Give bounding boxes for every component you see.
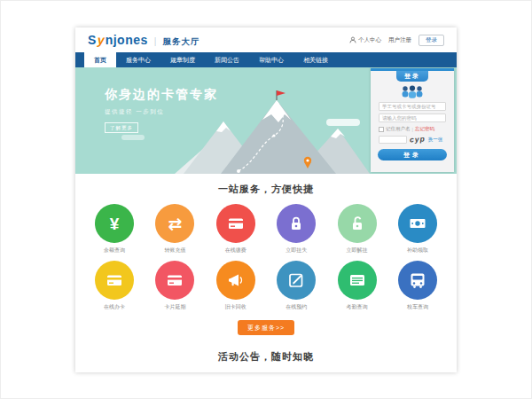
service-item-online-booking[interactable]: 在线预约 xyxy=(271,261,321,311)
service-item-card-extension[interactable]: 卡片延期 xyxy=(150,261,200,311)
captcha-image: cyp xyxy=(410,134,426,144)
service-item-school-bus[interactable]: 校车查询 xyxy=(393,261,442,311)
megaphone-icon xyxy=(225,270,246,291)
users-icon xyxy=(399,84,426,99)
service-label: 立即挂失 xyxy=(271,246,321,254)
service-label: 在线预约 xyxy=(271,303,321,311)
login-submit-button[interactable]: 登录 xyxy=(378,149,447,160)
service-label: 考勤查询 xyxy=(332,303,382,311)
service-item-online-payment[interactable]: 在线缴费 xyxy=(211,204,261,254)
service-label: 旧卡回收 xyxy=(211,303,261,311)
divider: | xyxy=(412,127,413,132)
logo-text: S xyxy=(88,33,97,47)
cloud-shape xyxy=(121,135,145,140)
service-circle: ⇄ xyxy=(155,204,194,243)
service-item-balance[interactable]: ¥ 余额查询 xyxy=(90,204,139,254)
service-item-attendance[interactable]: 考勤查询 xyxy=(332,261,382,311)
service-circle xyxy=(216,204,255,243)
remember-label: 记住用户名 xyxy=(386,126,411,132)
service-circle xyxy=(338,204,377,243)
service-label: 在线办卡 xyxy=(90,303,139,311)
service-item-apply-card[interactable]: 在线办卡 xyxy=(90,261,139,311)
announcements-section-title: 活动公告，随时知晓 xyxy=(75,350,457,364)
person-icon xyxy=(349,36,356,43)
service-label: 立即解挂 xyxy=(332,246,382,254)
service-item-card-recycle[interactable]: 旧卡回收 xyxy=(211,261,261,311)
nav-item-help[interactable]: 帮助中心 xyxy=(249,52,293,67)
remember-checkbox[interactable] xyxy=(379,127,384,132)
user-register-link[interactable]: 用户注册 xyxy=(388,36,411,44)
bus-icon xyxy=(407,270,428,291)
services-row-1: ¥ 余额查询 ⇄ 转账充值 在线缴费 立即挂失 立即解挂 xyxy=(75,204,457,254)
service-label: 卡片延期 xyxy=(150,303,200,311)
login-tab[interactable]: 登录 xyxy=(396,71,428,82)
personal-center-label: 个人中心 xyxy=(358,36,381,44)
attendance-icon xyxy=(347,270,368,291)
hero-banner: 你身边的卡管专家 提供捷径 一步到位 了解更多 登录 记住用户名 | 忘记密码 xyxy=(75,67,457,174)
service-label: 在线缴费 xyxy=(211,246,261,254)
service-item-unlock[interactable]: 立即解挂 xyxy=(332,204,382,254)
header-actions: 个人中心 用户注册 登录 xyxy=(349,35,444,46)
banknote-icon xyxy=(407,213,428,234)
service-label: 转账充值 xyxy=(150,246,200,254)
service-label: 校车查询 xyxy=(393,303,442,311)
nav-item-news[interactable]: 新闻公告 xyxy=(205,52,249,67)
service-circle xyxy=(155,261,194,300)
services-section-title: 一站服务，方便快捷 xyxy=(75,183,457,196)
site-name: 服务大厅 xyxy=(162,36,200,48)
username-input[interactable] xyxy=(379,102,446,111)
captcha-refresh-link[interactable]: 换一张 xyxy=(428,137,443,143)
service-circle xyxy=(95,261,134,300)
nav-item-home[interactable]: 首页 xyxy=(84,52,116,67)
header-login-button[interactable]: 登录 xyxy=(419,35,444,46)
services-row-2: 在线办卡 卡片延期 旧卡回收 在线预约 考勤查询 xyxy=(75,261,457,311)
service-circle xyxy=(398,204,437,243)
service-label: 余额查询 xyxy=(90,246,139,254)
logo-divider: | xyxy=(154,36,157,46)
bank-card-icon xyxy=(104,270,125,291)
service-label: 补助领取 xyxy=(393,246,442,254)
forgot-password-link[interactable]: 忘记密码 xyxy=(415,126,434,132)
service-item-transfer[interactable]: ⇄ 转账充值 xyxy=(150,204,200,254)
service-circle xyxy=(277,261,316,300)
captcha-row: cyp 换一张 xyxy=(379,135,446,144)
main-nav: 首页 服务中心 规章制度 新闻公告 帮助中心 相关链接 xyxy=(75,52,457,67)
service-circle xyxy=(277,204,316,243)
service-circle xyxy=(338,261,377,300)
hero-cta-button[interactable]: 了解更多 xyxy=(105,122,138,133)
unlock-icon xyxy=(347,213,368,234)
user-register-label: 用户注册 xyxy=(388,36,411,44)
bank-card-icon xyxy=(225,213,246,234)
website-page: Synjones | 服务大厅 个人中心 用户注册 登录 首页 服务中心 规章制… xyxy=(75,27,457,372)
captcha-input[interactable] xyxy=(379,136,407,144)
edit-icon xyxy=(286,270,307,291)
service-circle xyxy=(216,261,255,300)
login-panel: 登录 记住用户名 | 忘记密码 cyp 换一张 登录 xyxy=(371,68,454,172)
hero-subtitle: 提供捷径 一步到位 xyxy=(105,108,218,116)
service-circle: ¥ xyxy=(95,204,134,243)
personal-center-link[interactable]: 个人中心 xyxy=(349,36,381,44)
service-circle xyxy=(398,261,437,300)
password-input[interactable] xyxy=(379,113,446,122)
nav-item-rules[interactable]: 规章制度 xyxy=(160,52,205,67)
hero-title: 你身边的卡管专家 xyxy=(105,87,218,103)
more-services-button[interactable]: 更多服务>> xyxy=(238,320,294,335)
lock-icon xyxy=(286,213,307,234)
remember-row: 记住用户名 | 忘记密码 xyxy=(379,126,446,132)
service-item-report-loss[interactable]: 立即挂失 xyxy=(271,204,321,254)
flag-icon xyxy=(277,90,286,96)
site-header: Synjones | 服务大厅 个人中心 用户注册 登录 xyxy=(75,27,457,52)
transfer-arrows-icon: ⇄ xyxy=(168,215,182,232)
hero-copy: 你身边的卡管专家 提供捷径 一步到位 了解更多 xyxy=(105,87,218,133)
bank-card-icon xyxy=(164,270,185,291)
logo-text: njones xyxy=(106,33,148,47)
nav-item-service-center[interactable]: 服务中心 xyxy=(116,52,160,67)
service-item-subsidy[interactable]: 补助领取 xyxy=(393,204,442,254)
synjones-logo[interactable]: Synjones | 服务大厅 xyxy=(88,33,200,48)
nav-item-links[interactable]: 相关链接 xyxy=(293,52,338,67)
yen-icon: ¥ xyxy=(110,215,120,232)
